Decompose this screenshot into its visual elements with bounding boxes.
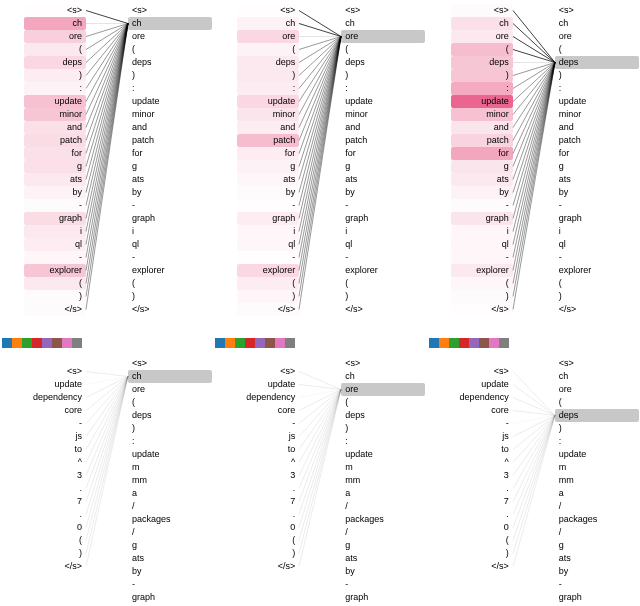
- attention-line: [513, 11, 555, 63]
- attention-line: [299, 390, 341, 476]
- tgt-token: g: [128, 539, 190, 552]
- tgt-token: /: [128, 500, 190, 513]
- tgt-token-highlighted: deps: [555, 56, 639, 69]
- src-token: -: [24, 251, 86, 264]
- src-token: for: [451, 147, 513, 160]
- src-token: -: [237, 199, 299, 212]
- src-token: .: [24, 482, 86, 495]
- tgt-token: -: [128, 251, 190, 264]
- tgt-token: and: [128, 121, 190, 134]
- src-token: dependency: [237, 391, 299, 404]
- src-token: graph: [237, 212, 299, 225]
- src-token: deps: [237, 56, 299, 69]
- attention-line: [299, 37, 341, 76]
- src-token: (: [451, 534, 513, 547]
- attention-line: [86, 24, 128, 180]
- attention-line: [299, 37, 341, 115]
- tgt-token: ql: [341, 238, 403, 251]
- src-token: 0: [237, 521, 299, 534]
- attention-line: [86, 24, 128, 258]
- src-token: 7: [24, 495, 86, 508]
- target-tokens: <s>chore(deps):updateminorandpatchforgat…: [555, 4, 617, 316]
- tgt-token: by: [341, 565, 403, 578]
- src-token: (: [237, 43, 299, 56]
- attention-line: [299, 390, 341, 567]
- attention-line: [86, 24, 128, 128]
- src-token: to: [24, 443, 86, 456]
- attention-line: [513, 63, 555, 180]
- tgt-token: graph: [341, 591, 403, 604]
- attention-line: [299, 37, 341, 310]
- src-token: i: [24, 225, 86, 238]
- tgt-token: mm: [555, 474, 617, 487]
- attention-line: [299, 37, 341, 232]
- attention-line: [513, 416, 555, 502]
- src-token: -: [451, 417, 513, 430]
- src-token: 0: [451, 521, 513, 534]
- tgt-token: :: [128, 435, 190, 448]
- tgt-token: (: [128, 396, 190, 409]
- tgt-token: <s>: [341, 357, 403, 370]
- src-token: for: [24, 147, 86, 160]
- src-token: (: [24, 277, 86, 290]
- src-token: </s>: [451, 560, 513, 573]
- tgt-token: g: [128, 160, 190, 173]
- tgt-token: update: [341, 95, 403, 108]
- src-token: deps: [451, 56, 513, 69]
- tgt-token: minor: [341, 108, 403, 121]
- tgt-token: -: [341, 578, 403, 591]
- attention-line: [299, 37, 341, 154]
- src-token: js: [451, 430, 513, 443]
- src-token: minor: [451, 108, 513, 121]
- attention-panel-3: <s>updatedependencycore-jsto^3.7.0()</s>…: [0, 347, 213, 606]
- target-tokens: <s>chore(deps):updatemmma/packages/gatsb…: [555, 357, 617, 606]
- tgt-token: ch: [341, 17, 403, 30]
- tgt-token: /: [341, 526, 403, 539]
- tgt-token: ore: [555, 30, 617, 43]
- attention-line: [86, 377, 128, 385]
- attention-line: [299, 37, 341, 206]
- src-token: <s>: [237, 365, 299, 378]
- attention-line: [86, 24, 128, 206]
- attention-panel-1: <s>chore(deps):updateminorandpatchforgat…: [213, 0, 426, 347]
- src-token: g: [24, 160, 86, 173]
- tgt-token: <s>: [341, 4, 403, 17]
- attention-line: [86, 24, 128, 50]
- attention-line: [86, 377, 128, 476]
- src-token: update: [24, 378, 86, 391]
- attention-line: [299, 390, 341, 541]
- attention-line: [86, 24, 128, 141]
- tgt-token: ): [555, 69, 617, 82]
- src-token: </s>: [237, 303, 299, 316]
- attention-line: [513, 416, 555, 450]
- tgt-token: </s>: [341, 303, 403, 316]
- attention-line: [86, 372, 128, 377]
- attention-line: [299, 11, 341, 37]
- src-token: ch: [451, 17, 513, 30]
- tgt-token: mm: [341, 474, 403, 487]
- src-token: .: [237, 508, 299, 521]
- attention-line: [86, 24, 128, 37]
- tgt-token: minor: [555, 108, 617, 121]
- tgt-token: graph: [128, 591, 190, 604]
- tgt-token: ore: [128, 383, 190, 396]
- attention-line: [86, 377, 128, 502]
- attention-line: [513, 37, 555, 63]
- src-token: ): [237, 290, 299, 303]
- attention-line: [86, 24, 128, 89]
- target-tokens: <s>chore(deps):updateminorandpatchforgat…: [341, 4, 403, 316]
- src-token: ^: [24, 456, 86, 469]
- attention-line: [86, 24, 128, 245]
- source-tokens: <s>updatedependencycore-jsto^3.7.0()</s>: [451, 365, 513, 573]
- src-token: -: [237, 251, 299, 264]
- src-token: <s>: [237, 4, 299, 17]
- tgt-token: ch: [341, 370, 403, 383]
- tgt-token: ore: [555, 383, 617, 396]
- tgt-token: by: [555, 186, 617, 199]
- tgt-token: (: [555, 43, 617, 56]
- tgt-token: a: [555, 487, 617, 500]
- tgt-token: :: [341, 435, 403, 448]
- attention-line: [513, 63, 555, 154]
- attention-line: [513, 63, 555, 141]
- tgt-token: update: [128, 95, 190, 108]
